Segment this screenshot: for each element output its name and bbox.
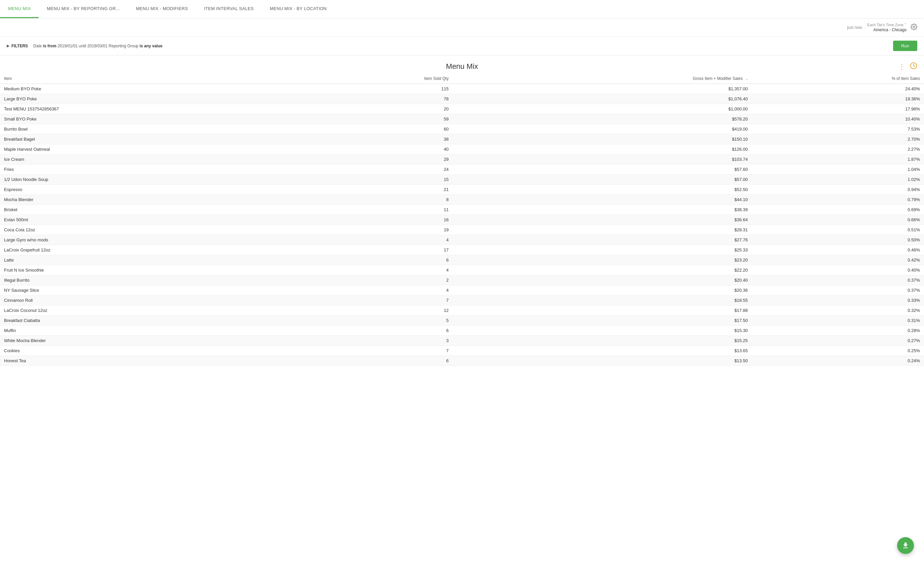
- cell-qty: 2: [299, 275, 453, 285]
- col-qty-header[interactable]: Item Sold Qty: [299, 73, 453, 84]
- table-row: Cookies7$13.650.25%: [0, 346, 924, 356]
- cell-sales: $13.65: [453, 346, 752, 356]
- cell-qty: 12: [299, 305, 453, 316]
- cell-sales: $57.60: [453, 165, 752, 175]
- cell-item: Medium BYO Poke: [0, 84, 299, 94]
- cell-sales: $44.10: [453, 195, 752, 205]
- table-row: Honest Tea6$13.500.24%: [0, 356, 924, 366]
- cell-sales: $1,000.00: [453, 104, 752, 114]
- cell-pct: 10.40%: [752, 114, 924, 124]
- cell-item: Coca Cola 12oz: [0, 225, 299, 235]
- more-options-icon[interactable]: ⋮: [898, 63, 906, 70]
- filter-date-value: 2019/01/01 until 2019/03/01: [57, 43, 108, 48]
- cell-pct: 0.32%: [752, 305, 924, 316]
- col-sales-header[interactable]: Gross Item + Modifier Sales ⌄: [453, 73, 752, 84]
- cell-sales: $150.10: [453, 134, 752, 144]
- col-pct-header[interactable]: % of Item Sales: [752, 73, 924, 84]
- cell-pct: 0.50%: [752, 235, 924, 245]
- cell-pct: 0.25%: [752, 346, 924, 356]
- cell-pct: 0.51%: [752, 225, 924, 235]
- cell-item: Evian 500ml: [0, 215, 299, 225]
- table-row: Ice Cream29$103.741.87%: [0, 154, 924, 165]
- report-title: Menu Mix: [446, 62, 478, 71]
- tab-menu-mix-modifiers[interactable]: MENU MIX - MODIFIERS: [128, 0, 196, 18]
- report-actions: ⋮: [898, 62, 917, 70]
- header-bar: just now · Each Tile's Time Zone ˅ Ameri…: [0, 18, 924, 37]
- cell-qty: 3: [299, 336, 453, 346]
- table-row: Medium BYO Poke115$1,357.0024.40%: [0, 84, 924, 94]
- tab-menu-mix-location[interactable]: MENU MIX - BY LOCATION: [262, 0, 334, 18]
- timestamp: just now: [847, 25, 862, 30]
- cell-sales: $15.25: [453, 336, 752, 346]
- filter-toggle[interactable]: ▶ FILTERS: [7, 43, 28, 48]
- report-header: Menu Mix ⋮: [0, 55, 924, 73]
- gear-icon[interactable]: [910, 24, 917, 31]
- cell-item: NY Sausage Slice: [0, 285, 299, 295]
- cell-qty: 115: [299, 84, 453, 94]
- cell-sales: $1,076.40: [453, 94, 752, 104]
- cell-qty: 29: [299, 154, 453, 165]
- table-header: Item Item Sold Qty Gross Item + Modifier…: [0, 73, 924, 84]
- sort-icon: ⌄: [745, 77, 748, 81]
- cell-qty: 15: [299, 175, 453, 185]
- table-row: Large BYO Poke78$1,076.4019.36%: [0, 94, 924, 104]
- filter-label: FILTERS: [11, 43, 28, 48]
- tab-menu-mix[interactable]: MENU MIX: [0, 0, 39, 18]
- cell-sales: $27.76: [453, 235, 752, 245]
- cell-item: Mocha Blender: [0, 195, 299, 205]
- cell-item: Honest Tea: [0, 356, 299, 366]
- table-row: Brisket11$38.390.69%: [0, 205, 924, 215]
- timezone-value: America - Chicago: [873, 27, 906, 32]
- cell-item: 1/2 Udon Noodle Soup: [0, 175, 299, 185]
- filter-text: Date is from 2019/01/01 until 2019/03/01…: [33, 43, 888, 48]
- run-button[interactable]: Run: [893, 40, 917, 51]
- cell-qty: 5: [299, 316, 453, 326]
- cell-item: Fries: [0, 165, 299, 175]
- cell-qty: 6: [299, 255, 453, 265]
- cell-pct: 0.28%: [752, 326, 924, 336]
- cell-sales: $578.20: [453, 114, 752, 124]
- cell-pct: 0.24%: [752, 356, 924, 366]
- svg-point-0: [913, 26, 915, 28]
- cell-qty: 17: [299, 245, 453, 255]
- cell-qty: 11: [299, 205, 453, 215]
- cell-pct: 2.27%: [752, 144, 924, 154]
- tab-menu-mix-reporting[interactable]: MENU MIX - BY REPORTING GR...: [39, 0, 128, 18]
- table-row: Illegal Burrito2$20.400.37%: [0, 275, 924, 285]
- cell-item: Test MENU 1537542856367: [0, 104, 299, 114]
- cell-item: Burrito Bowl: [0, 124, 299, 134]
- cell-pct: 24.40%: [752, 84, 924, 94]
- clock-icon[interactable]: [910, 62, 917, 70]
- filter-date-label: Date: [33, 43, 42, 48]
- cell-qty: 40: [299, 144, 453, 154]
- cell-item: Maple Harvest Oatmeal: [0, 144, 299, 154]
- cell-pct: 2.70%: [752, 134, 924, 144]
- cell-item: Illegal Burrito: [0, 275, 299, 285]
- table-row: Breakfast Bagel38$150.102.70%: [0, 134, 924, 144]
- cell-qty: 4: [299, 285, 453, 295]
- cell-qty: 4: [299, 235, 453, 245]
- cell-pct: 1.87%: [752, 154, 924, 165]
- cell-item: Large BYO Poke: [0, 94, 299, 104]
- filter-bar: ▶ FILTERS Date is from 2019/01/01 until …: [0, 37, 924, 55]
- cell-qty: 7: [299, 346, 453, 356]
- cell-sales: $1,357.00: [453, 84, 752, 94]
- cell-sales: $25.33: [453, 245, 752, 255]
- cell-pct: 19.36%: [752, 94, 924, 104]
- cell-qty: 24: [299, 165, 453, 175]
- timezone-info: Each Tile's Time Zone ˅ America - Chicag…: [867, 22, 906, 32]
- tab-item-interval-sales[interactable]: ITEM INTERVAL SALES: [196, 0, 262, 18]
- cell-sales: $103.74: [453, 154, 752, 165]
- cell-sales: $20.36: [453, 285, 752, 295]
- table-row: Breakfast Ciabatta5$17.500.31%: [0, 316, 924, 326]
- col-item-header: Item: [0, 73, 299, 84]
- cell-pct: 0.46%: [752, 245, 924, 255]
- cell-qty: 60: [299, 124, 453, 134]
- cell-item: Muffin: [0, 326, 299, 336]
- cell-qty: 38: [299, 134, 453, 144]
- cell-pct: 0.40%: [752, 265, 924, 275]
- cell-pct: 0.79%: [752, 195, 924, 205]
- cell-item: Cookies: [0, 346, 299, 356]
- cell-pct: 1.02%: [752, 175, 924, 185]
- table-row: Large Gyro w/no mods4$27.760.50%: [0, 235, 924, 245]
